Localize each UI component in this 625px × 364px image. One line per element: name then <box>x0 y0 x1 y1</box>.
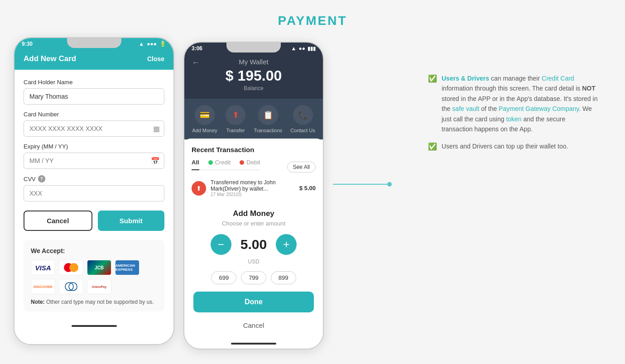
diners-logo <box>59 279 83 294</box>
card-holder-input[interactable] <box>24 88 164 105</box>
tab-all[interactable]: All <box>192 159 199 170</box>
card-holder-label: Card Holder Name <box>24 79 164 86</box>
debit-dot <box>240 160 244 165</box>
decrease-amount-button[interactable]: − <box>211 234 231 255</box>
wifi-icon2: ▲ <box>291 45 297 52</box>
recent-section: Recent Transaction All Credit Debit See … <box>184 139 323 202</box>
balance-label: Balance <box>192 85 316 91</box>
home-indicator2 <box>231 343 276 345</box>
svg-point-1 <box>69 283 77 291</box>
signal-icon: ●●● <box>147 41 157 47</box>
cancel-button[interactable]: Cancel <box>24 211 92 231</box>
jcb-logo: JCB <box>87 260 111 275</box>
battery-icon2: ▮▮▮ <box>308 46 316 52</box>
form-buttons: Cancel Submit <box>24 211 164 231</box>
action-transfer[interactable]: ⬆ Transfer <box>226 105 245 133</box>
action-contact[interactable]: 📞 Contact Us <box>290 105 315 133</box>
transaction-tabs: All Credit Debit <box>192 159 260 170</box>
transfer-label: Transfer <box>226 128 245 133</box>
action-add-money[interactable]: 💳 Add Money <box>192 105 217 133</box>
add-money-modal: Add Money Choose or enter amount − 5.00 … <box>184 200 323 338</box>
preset-699[interactable]: 699 <box>211 271 236 284</box>
transactions-label: Transactions <box>254 128 282 133</box>
contact-icon: 📞 <box>293 105 313 125</box>
action-transactions[interactable]: 📋 Transactions <box>254 105 282 133</box>
card-logos-row2: DISCOVER UnionPay <box>31 279 157 294</box>
preset-899[interactable]: 899 <box>271 271 296 284</box>
wifi-icon: ▲ <box>139 41 144 47</box>
card-holder-group: Card Holder Name <box>24 79 164 105</box>
txn-info: Transferred money to John Mark(Driver) b… <box>211 179 295 197</box>
expiry-input[interactable] <box>24 153 164 169</box>
phone1-header-title: Add New Card <box>24 54 76 63</box>
add-money-label: Add Money <box>192 128 217 133</box>
submit-button[interactable]: Submit <box>98 211 165 231</box>
card-icon: ▦ <box>153 125 160 133</box>
expiry-group: Expiry (MM / YY) 📅 <box>24 143 164 169</box>
calendar-icon: 📅 <box>151 157 160 165</box>
card-number-label: Card Number <box>24 111 164 118</box>
amount-controls: − 5.00 + <box>193 234 314 255</box>
close-button[interactable]: Close <box>147 55 164 62</box>
transactions-icon: 📋 <box>258 105 278 125</box>
preset-amounts: 699 799 899 <box>193 271 314 284</box>
card-logos-row1: VISA JCB AMERICAN EXPRESS <box>31 260 157 275</box>
increase-amount-button[interactable]: + <box>276 234 297 255</box>
expiry-label: Expiry (MM / YY) <box>24 143 164 150</box>
info-text-1: Users & Drivers can manage their Credit … <box>442 73 598 134</box>
modal-title: Add Money <box>193 209 314 218</box>
see-all-button[interactable]: See All <box>287 162 316 172</box>
check-icon-2: ✅ <box>428 142 437 151</box>
contact-label: Contact Us <box>290 128 315 133</box>
cvv-help-icon[interactable]: ? <box>38 175 45 182</box>
page-title: PAYMENT <box>0 0 625 37</box>
battery-icon: 🔋 <box>159 41 166 47</box>
txn-icon: ⬆ <box>192 181 206 196</box>
modal-cancel-button[interactable]: Cancel <box>193 317 314 334</box>
phone1-notch <box>67 38 121 48</box>
visa-logo: VISA <box>31 260 55 275</box>
phone1-mockup: 9:30 ▲ ●●● 🔋 Add New Card Close Card Hol… <box>14 37 174 345</box>
phone2-bottom-bar <box>184 338 323 348</box>
txn-date: 17 Mar 2021(0) <box>211 192 295 197</box>
unionpay-logo: UnionPay <box>87 279 111 294</box>
discover-logo: DISCOVER <box>31 279 55 294</box>
wallet-balance: $ 195.00 <box>192 67 316 84</box>
wallet-actions: 💳 Add Money ⬆ Transfer 📋 Transactions 📞 … <box>184 99 323 139</box>
table-row: ⬆ Transferred money to John Mark(Driver)… <box>192 175 316 202</box>
card-number-group: Card Number ▦ <box>24 111 164 137</box>
connector-line <box>333 184 387 185</box>
svg-point-0 <box>65 283 73 291</box>
info-bullet-2: ✅ Users and Drivers can top up their wal… <box>428 141 598 151</box>
txn-amount: $ 5.00 <box>299 185 316 192</box>
back-button[interactable]: ← <box>192 58 200 67</box>
done-button[interactable]: Done <box>193 292 314 312</box>
we-accept-title: We Accept: <box>31 247 157 254</box>
amex-logo: AMERICAN EXPRESS <box>115 260 139 275</box>
check-icon-1: ✅ <box>428 74 437 83</box>
tab-debit[interactable]: Debit <box>240 159 260 169</box>
preset-799[interactable]: 799 <box>241 271 266 284</box>
credit-dot <box>208 160 213 165</box>
phone1-header: Add New Card Close <box>14 50 173 70</box>
cvv-label: CVV ? <box>24 175 164 182</box>
card-number-input[interactable] <box>24 120 164 137</box>
cvv-input[interactable] <box>24 185 164 201</box>
info-section: ✅ Users & Drivers can manage their Credi… <box>401 37 611 168</box>
tab-credit[interactable]: Credit <box>208 159 231 169</box>
connector-dot <box>387 182 392 187</box>
currency-label: USD <box>193 259 314 265</box>
recent-title: Recent Transaction <box>192 146 316 153</box>
modal-subtitle: Choose or enter amount <box>193 220 314 227</box>
note-text: Note: Other card type may not be support… <box>31 299 157 305</box>
phone2-time: 3:06 <box>192 45 202 52</box>
txn-desc: Transferred money to John Mark(Driver) b… <box>211 179 295 192</box>
info-text-2: Users and Drivers can top up their walle… <box>442 141 568 151</box>
phone1-body: Card Holder Name Card Number ▦ Expiry (M… <box>14 70 173 321</box>
info-bullet-1: ✅ Users & Drivers can manage their Credi… <box>428 73 598 134</box>
phone1-time: 9:30 <box>22 41 33 47</box>
phone1-bottom-bar <box>14 321 173 330</box>
we-accept-section: We Accept: VISA JCB AMERICAN EXPRESS DIS… <box>24 240 164 311</box>
mastercard-logo <box>59 260 83 275</box>
amount-value: 5.00 <box>240 237 267 252</box>
